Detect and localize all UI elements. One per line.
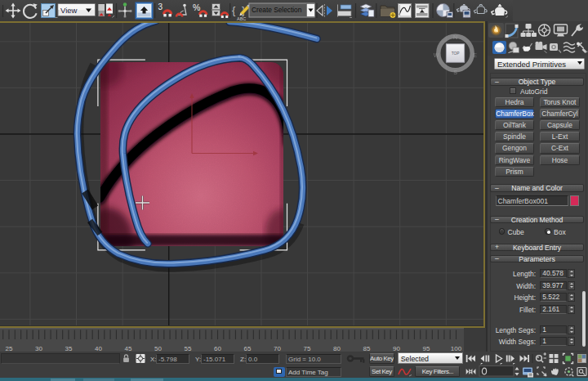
svg-text:45: 45	[125, 345, 132, 352]
svg-text:Create Selection: Create Selection	[252, 6, 302, 14]
svg-text:65: 65	[244, 345, 252, 352]
svg-text:95: 95	[423, 345, 430, 352]
svg-text:View: View	[60, 6, 78, 15]
svg-text:TOP: TOP	[452, 52, 460, 56]
svg-text:85: 85	[363, 345, 371, 352]
svg-text:30: 30	[35, 345, 42, 352]
svg-text:35: 35	[65, 345, 73, 352]
svg-text:90: 90	[393, 345, 400, 352]
svg-text:100: 100	[451, 345, 462, 352]
svg-text:50: 50	[154, 345, 162, 352]
svg-text:N: N	[453, 34, 457, 40]
svg-text:40: 40	[95, 345, 102, 352]
svg-text:E: E	[473, 52, 477, 58]
svg-text:75: 75	[304, 345, 311, 352]
svg-text:W: W	[434, 52, 439, 58]
svg-text:70: 70	[274, 345, 281, 352]
svg-text:3: 3	[158, 2, 163, 11]
svg-text:80: 80	[333, 345, 341, 352]
svg-text:25: 25	[6, 345, 13, 352]
svg-text:%: %	[193, 2, 200, 12]
svg-text:S: S	[453, 69, 457, 75]
svg-text:55: 55	[185, 345, 192, 352]
svg-text:ABC: ABC	[237, 16, 246, 21]
svg-text:{: {	[232, 4, 236, 16]
svg-text:60: 60	[214, 345, 221, 352]
